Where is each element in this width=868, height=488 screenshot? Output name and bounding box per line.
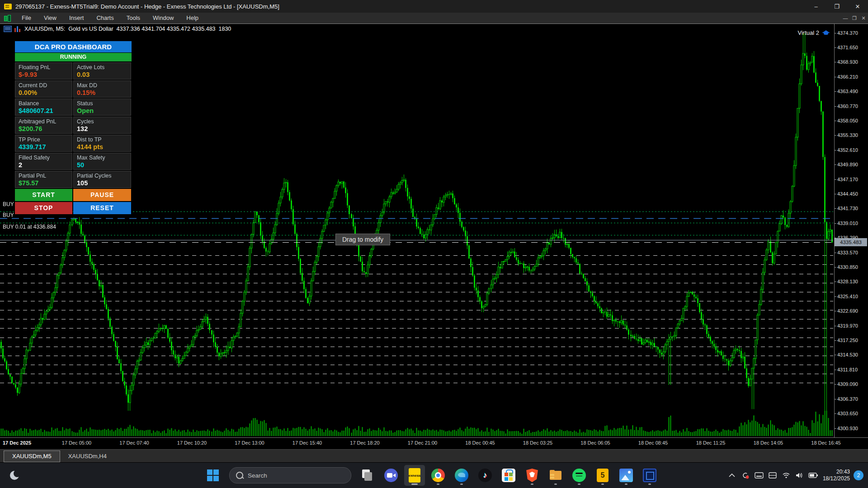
cell-label: Status: [77, 100, 131, 107]
one-click-trading-icon[interactable]: [14, 26, 21, 32]
taskbar-app-devboard[interactable]: [639, 465, 660, 486]
child-close-button[interactable]: ✕: [859, 15, 868, 21]
ohlc-close: 4335.483: [192, 26, 215, 32]
price-axis-line: [834, 24, 835, 437]
child-restore-button[interactable]: ❐: [850, 15, 859, 21]
taskbar-app-snip[interactable]: [357, 465, 378, 486]
price-tick-label: 4374.370: [837, 30, 858, 36]
price-tick-label: 4368.930: [837, 59, 858, 65]
reset-button[interactable]: RESET: [73, 202, 131, 214]
menu-tools[interactable]: Tools: [120, 13, 146, 23]
time-tick-label: 17 Dec 2025: [3, 440, 31, 446]
cell-label: Dist to TP: [77, 136, 131, 143]
price-tick-label: 4347.170: [837, 177, 858, 182]
taskbar-clock[interactable]: 20:43 18/12/2025: [823, 469, 850, 482]
dashboard-status-banner: RUNNING: [15, 53, 132, 61]
menu-insert[interactable]: Insert: [63, 13, 90, 23]
menu-charts[interactable]: Charts: [90, 13, 120, 23]
dashboard-cell: TP Price4339.717: [15, 135, 72, 152]
taskbar-app-edge[interactable]: [451, 465, 472, 486]
cell-label: Floating PnL: [19, 64, 72, 70]
window-title: 297065137 - Exness-MT5Trial9: Demo Accou…: [15, 3, 279, 10]
taskbar-app-chrome[interactable]: [428, 465, 448, 486]
time-tick-label: 17 Dec 05:00: [62, 440, 91, 446]
clock-date: 18/12/2025: [823, 475, 850, 482]
cell-value: 50: [77, 161, 131, 169]
tray-keyboard-icon[interactable]: [752, 463, 766, 488]
child-minimize-button[interactable]: —: [841, 15, 850, 21]
cell-value: 0.00%: [19, 89, 72, 96]
notification-badge[interactable]: 2: [854, 470, 863, 480]
ms-store-icon: [502, 469, 515, 482]
volume-icon[interactable]: [793, 463, 807, 488]
ohlc-volume: 1830: [219, 26, 231, 32]
photos-icon: [619, 469, 633, 482]
taskbar-app-exness[interactable]: exness: [404, 465, 425, 486]
time-tick-label: 18 Dec 08:45: [638, 440, 668, 446]
price-tick-label: 4363.490: [837, 89, 858, 94]
dashboard-cell: Filled Safety2: [15, 153, 72, 170]
current-price-tag: 4335.483: [835, 238, 867, 246]
battery-icon[interactable]: [807, 463, 820, 488]
dashboard-cell: Floating PnL$-9.93: [15, 62, 72, 80]
minimize-button[interactable]: –: [806, 0, 826, 13]
taskbar-app-spotify[interactable]: [569, 465, 590, 486]
ohlc-info-line: XAUUSDm, M5: Gold vs US Dollar 4337.336 …: [4, 26, 231, 32]
ohlc-high: 4341.704: [142, 26, 165, 32]
symbol-period: XAUUSDm, M5:: [24, 26, 65, 32]
price-tick-label: 4314.530: [837, 352, 858, 357]
cell-label: Cycles: [77, 118, 131, 125]
price-tick-label: 4325.410: [837, 294, 858, 299]
taskbar-app-explorer[interactable]: [545, 465, 566, 486]
taskbar-app-brave[interactable]: [522, 465, 542, 486]
dashboard-cell: StatusOpen: [73, 99, 131, 116]
time-tick-label: 17 Dec 21:00: [408, 440, 437, 446]
cell-label: Partial PnL: [19, 173, 72, 179]
spotify-icon: [572, 469, 586, 482]
time-tick-label: 17 Dec 18:20: [350, 440, 379, 446]
cell-value: 0.15%: [77, 89, 131, 96]
drag-tooltip: Drag to modify: [335, 234, 390, 245]
taskbar-app-photos[interactable]: [616, 465, 637, 486]
title-bar: 297065137 - Exness-MT5Trial9: Demo Accou…: [0, 0, 868, 13]
tray-chevron-up-icon[interactable]: [725, 463, 739, 488]
start-button[interactable]: START: [15, 189, 72, 201]
weather-moon-icon[interactable]: [9, 469, 22, 482]
cell-label: Current DD: [19, 82, 72, 89]
time-tick-label: 17 Dec 13:00: [235, 440, 264, 446]
taskbar-app-tiktok[interactable]: ♪: [475, 465, 495, 486]
dashboard-cell: Max Safety50: [73, 153, 131, 170]
taskbar-app-zoom[interactable]: [381, 465, 401, 486]
cell-value: 105: [77, 179, 131, 187]
close-button[interactable]: ✕: [847, 0, 868, 13]
tray-sync-icon[interactable]: [739, 463, 752, 488]
menu-help[interactable]: Help: [180, 13, 205, 23]
taskbar-app-mt5[interactable]: 5: [592, 465, 613, 486]
maximize-button[interactable]: ❐: [826, 0, 847, 13]
depth-of-market-icon[interactable]: [4, 26, 12, 32]
chart-tab-bar: XAUUSDm,M5 XAUUSDm,H4: [0, 449, 868, 462]
zoom-camera-icon: [384, 469, 398, 482]
ohlc-open: 4337.336: [117, 26, 140, 32]
stop-button[interactable]: STOP: [15, 202, 72, 214]
search-box[interactable]: Search: [229, 467, 351, 483]
buy-position-label: BUY: [3, 201, 14, 207]
menu-window[interactable]: Window: [146, 13, 180, 23]
cell-value: 0.03: [77, 71, 131, 78]
wifi-icon[interactable]: [779, 463, 793, 488]
pause-button[interactable]: PAUSE: [73, 189, 131, 201]
price-tick-label: 4358.050: [837, 118, 858, 123]
clock-time: 20:43: [823, 469, 850, 475]
start-button-windows[interactable]: [203, 465, 223, 486]
dashboard-cell: Dist to TP4144 pts: [73, 135, 131, 152]
time-tick-label: 18 Dec 06:05: [580, 440, 610, 446]
menu-view[interactable]: View: [38, 13, 63, 23]
file-explorer-icon: [549, 469, 562, 482]
tray-dock-icon[interactable]: [766, 463, 779, 488]
taskbar-app-store[interactable]: [498, 465, 519, 486]
tab-xauusdm-m5[interactable]: XAUUSDm,M5: [4, 450, 60, 462]
menu-file[interactable]: File: [15, 13, 38, 23]
tab-xauusdm-h4[interactable]: XAUUSDm,H4: [60, 451, 115, 462]
price-tick-label: 4371.650: [837, 45, 858, 50]
dashboard-cell: Partial Cycles105: [73, 171, 131, 188]
